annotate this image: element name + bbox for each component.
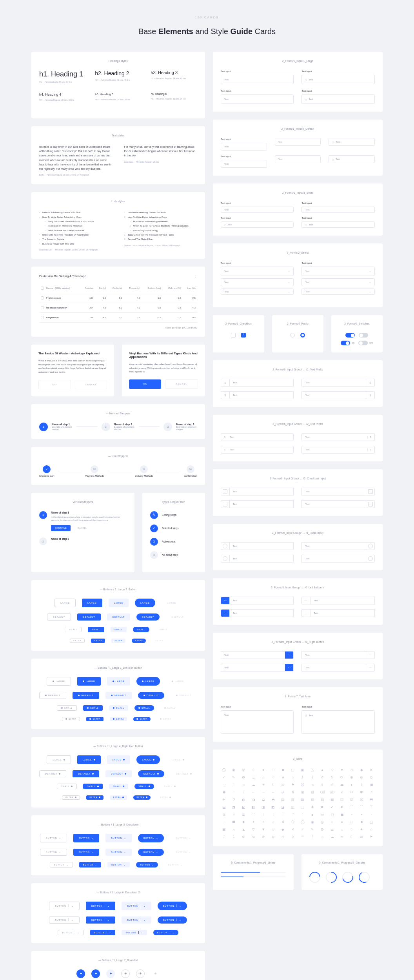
action-button[interactable]: ⋯ (221, 597, 229, 604)
input-group-checkbox-card: 2_Forms/6_Input Group/ … /3_Checkbox Inp… (213, 469, 383, 516)
ui-icon: ▪ (360, 813, 363, 816)
table-row[interactable]: Frozen yogurt1596.08.04.00.50.50.5 (39, 293, 197, 303)
h3-sample: h3. Heading 3 (151, 70, 197, 75)
ui-icon: ✕ (291, 828, 294, 831)
ui-icon: ○ (252, 768, 255, 771)
switch-on[interactable] (345, 333, 355, 338)
step-dot[interactable]: 2 (102, 423, 110, 431)
ui-icon: ☀ (261, 783, 265, 786)
switch-off[interactable] (359, 333, 368, 338)
ui-icon: ⌘ (301, 783, 304, 786)
ui-icon: ▼ (261, 828, 265, 831)
ui-icon: ☁ (330, 835, 334, 838)
ui-icon: ⊖ (281, 835, 285, 838)
ui-icon: ▢ (291, 768, 294, 771)
ui-icon: ⏸ (360, 783, 363, 786)
ui-icon: ☴ (370, 805, 373, 809)
radio-checked[interactable] (300, 333, 305, 338)
ui-icon: ∷ (252, 813, 255, 816)
h2-sample: h2. Heading 2 (95, 70, 141, 76)
no-button[interactable]: NO (38, 380, 71, 389)
cancel-button[interactable]: CANCEL (165, 379, 198, 389)
page-title: Base Elements and Style Guide Cards (31, 27, 383, 36)
ui-icon: ◼ (340, 813, 344, 816)
ui-icon: ◇ (271, 828, 275, 831)
ui-icon: ☵ (360, 805, 363, 809)
stepper-types-card: Types Stepper Icon ✎Editing steps ✓Selec… (142, 493, 205, 572)
ui-icon: ☾ (271, 783, 275, 786)
check-icon: ✓ (150, 524, 158, 532)
ui-icon: ☑ (350, 798, 354, 801)
ui-icon: ⤵ (232, 835, 236, 838)
ui-icon: ☷ (350, 805, 354, 809)
buttons-left-icon-card: — Buttons / 1_Large 3_Left Icon Button L… (31, 659, 205, 729)
checkbox-checked[interactable] (241, 333, 246, 338)
ui-icon: ⬝ (222, 820, 226, 824)
ui-icon: ⏺ (222, 790, 226, 794)
ui-icon: ⋮ (232, 783, 236, 786)
ui-icon: ↺ (321, 775, 324, 779)
input-default-card: 2_Forms/1_Input/2_Default Text inputText… (213, 120, 383, 176)
ui-icon: ▤ (281, 798, 285, 801)
textarea[interactable]: Text (221, 710, 294, 734)
select-input[interactable]: Text⌄ (221, 267, 294, 276)
ui-icon: ♡ (350, 828, 354, 831)
ui-icon: ▧ (311, 798, 314, 801)
ui-icon: ▩ (330, 798, 334, 801)
step-dot[interactable]: 3 (163, 423, 172, 431)
ui-icon: ⁞ (271, 813, 275, 816)
ui-icon: ∴ (281, 813, 285, 816)
ui-icon: ▣ (301, 768, 304, 771)
ui-icon: ⚑ (291, 783, 294, 786)
ui-icon: ⬔ (232, 805, 236, 809)
ui-icon: ◉ (311, 820, 314, 824)
ui-icon: ● (340, 820, 344, 824)
radio[interactable] (290, 333, 295, 338)
ui-icon: ▽ (330, 768, 334, 771)
ui-icon: ♬ (370, 790, 373, 794)
ui-icon: △ (232, 828, 236, 831)
step-dot[interactable]: 1 (39, 423, 48, 431)
continue-button[interactable]: CONTINUE (51, 525, 71, 531)
ui-icon: ☾ (350, 835, 354, 838)
ui-icon: ☁ (252, 783, 255, 786)
ui-icon: ⊕ (350, 775, 354, 779)
ui-icon: ★ (360, 828, 363, 831)
ui-icon: ⬚ (301, 805, 304, 809)
ui-icon: ⊘ (370, 775, 373, 779)
ui-icon: ✘ (340, 805, 344, 809)
ui-icon: ◪ (281, 805, 285, 809)
ui-icon: ⋮ (311, 835, 314, 838)
ui-icon: ◧ (252, 805, 255, 809)
switch-card: 2_Forms/5_SwitchesONOFF (331, 315, 383, 352)
ui-icon: ☆ (370, 828, 373, 831)
cancel-button[interactable]: CANCEL (74, 525, 91, 531)
ui-icon: ★ (281, 775, 285, 779)
input-group-prefix2-card: 2_Forms/6_Input Group/ … /2_Text Prefix … (213, 415, 383, 461)
ui-icon: ◎ (321, 820, 324, 824)
ui-icon: ◯ (301, 820, 304, 824)
table-row[interactable]: Ice cream sandwich2044.36.04.30.50.54.3 (39, 303, 197, 313)
ui-icon: ✓ (301, 828, 304, 831)
lists-card: Lists styles Internet Advertising Trends… (31, 192, 205, 259)
large-button[interactable]: LARGE (54, 599, 76, 607)
vertical-stepper-card: Vertical Steppers 1Name of step 1In this… (31, 493, 134, 572)
add-button[interactable]: + (76, 969, 85, 978)
ui-icon: ▥ (291, 798, 294, 801)
ui-icon: ⚲ (232, 798, 236, 801)
ok-button[interactable]: OK (129, 379, 161, 389)
ui-icon: ⌕ (321, 835, 324, 838)
ui-icon: ❍ (291, 820, 294, 824)
ui-icon: ⤴ (222, 835, 226, 838)
checkbox[interactable] (231, 333, 236, 338)
ui-icon: ✎ (311, 828, 314, 831)
table-row[interactable]: Gingerbread684.03.70.50.50.50.5 (39, 313, 197, 323)
table-pager[interactable]: Rows per page 10 1-10 of 100 (39, 327, 197, 329)
cancel-button[interactable]: CANCEL (75, 380, 107, 389)
buttons-right-icon-card: — Buttons / 1_Large 4_Right Icon Button … (31, 737, 205, 808)
ui-icon: ♡ (271, 775, 275, 779)
text-input[interactable]: Text (221, 75, 294, 84)
ui-icon: ⏵ (350, 783, 354, 786)
ui-icon: ⚙ (321, 828, 324, 831)
buttons-dropdown2-card: — Buttons / 1_Large 6_Dropdown 2 BUTTON⌄… (31, 883, 205, 943)
